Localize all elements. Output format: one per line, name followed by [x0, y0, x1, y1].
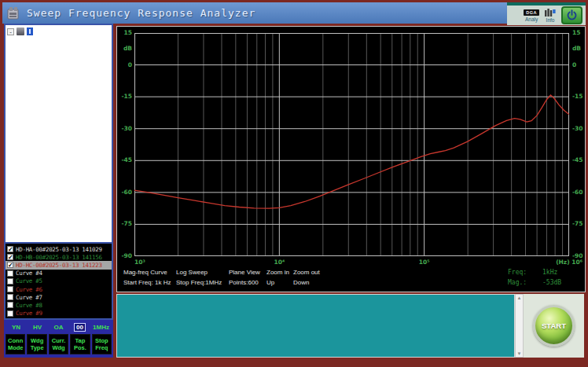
y-axis-label: -30: [119, 125, 132, 132]
button-line: Mode: [6, 344, 24, 351]
control-button-wdg[interactable]: WdgType: [27, 334, 46, 354]
y-axis-label: -90: [119, 252, 132, 259]
curve-row[interactable]: Curve #8: [6, 301, 112, 309]
status-value: 00: [69, 323, 90, 332]
dga-analy-button[interactable]: DGA Analy: [524, 9, 539, 22]
topbar-right: DGA Analy Info: [507, 2, 586, 25]
y-axis-label: 15: [119, 29, 132, 36]
curve-checkbox[interactable]: [7, 270, 13, 277]
curve-label: HD-HC-00#2025-03-13 141223: [16, 262, 102, 269]
button-line: Wdg: [50, 344, 68, 351]
button-line: Conn: [6, 337, 24, 344]
y-axis-label: -45: [119, 156, 132, 163]
curve-checkbox[interactable]: [7, 310, 13, 317]
info-label: Info: [546, 17, 555, 23]
curve-checkbox[interactable]: [7, 278, 13, 284]
curve-checkbox[interactable]: [7, 302, 13, 308]
window-title: Sweep Frequency Response Analyzer: [27, 7, 255, 19]
curve-label: Curve #4: [16, 270, 42, 277]
curve-row[interactable]: Curve #5: [6, 277, 112, 285]
control-button-tap[interactable]: TapPos.: [70, 334, 90, 354]
curve-label: HD-HB-00#2025-03-13 141156: [16, 254, 102, 261]
info-icon: [545, 9, 556, 17]
curve-checkbox[interactable]: [7, 286, 13, 292]
tree-expander-icon[interactable]: -: [7, 28, 14, 35]
y-axis-label: 0: [119, 61, 132, 68]
record-file-icon[interactable]: [27, 28, 33, 35]
y-axis-label: -30: [572, 125, 583, 132]
y-axis-label: -45: [572, 156, 583, 163]
start-button[interactable]: START: [533, 305, 575, 347]
curve-row[interactable]: ✓HD-HA-00#2025-03-13 141029: [6, 245, 112, 253]
response-curve: [134, 95, 569, 208]
status-value: YN: [6, 324, 27, 331]
record-tree-panel[interactable]: -: [4, 24, 113, 244]
dga-analy-label: Analy: [525, 17, 538, 22]
control-button-conn[interactable]: ConnMode: [6, 334, 25, 354]
curve-checkbox[interactable]: ✓: [7, 254, 13, 260]
info-button[interactable]: Info: [545, 9, 556, 23]
chart-menu-zoom-out[interactable]: Zoom out: [293, 269, 320, 276]
app-window: Sweep Frequency Response Analyzer DGA An…: [0, 0, 588, 367]
readout-mag-label: Mag.:: [508, 279, 527, 286]
chart-panel: 1515dBdB00-15-15-30-30-45-45-60-60-75-75…: [116, 26, 586, 292]
y-axis-label: -75: [119, 220, 132, 227]
status-value: 1MHz: [90, 324, 112, 331]
readout-freq-value: 1kHz: [542, 269, 557, 276]
chart-menu-zoom-in[interactable]: Zoom in: [266, 269, 289, 276]
message-scrollbar[interactable]: ▲ ▼: [515, 294, 524, 358]
button-line: Freq: [93, 344, 111, 351]
curve-checkbox[interactable]: ✓: [7, 246, 13, 252]
scroll-down-icon[interactable]: ▼: [517, 351, 522, 356]
chart-menu-mag-freq-curve[interactable]: Mag-freq Curve: [123, 269, 167, 276]
x-axis-label: 10³: [134, 259, 145, 266]
chart-menu-down[interactable]: Down: [293, 279, 309, 286]
chart-menu-log-sweep[interactable]: Log Sweep: [176, 269, 208, 276]
message-panel[interactable]: [116, 294, 515, 358]
x-axis-label: (Hz) 10⁶: [556, 259, 582, 266]
transformer-icon[interactable]: [17, 28, 24, 35]
curve-label: Curve #6: [16, 286, 42, 293]
curve-checkbox[interactable]: ✓: [7, 262, 13, 268]
control-button-stop[interactable]: StopFreq: [92, 334, 112, 354]
y-axis-label: -15: [572, 93, 583, 100]
y-axis-label: 0: [572, 61, 576, 68]
curve-row[interactable]: Curve #6: [6, 285, 112, 293]
curve-row[interactable]: ✓HD-HB-00#2025-03-13 141156: [6, 253, 112, 261]
dga-icon: DGA: [524, 9, 539, 16]
button-line: Stop: [93, 337, 111, 344]
chart-menu-up[interactable]: Up: [266, 279, 274, 286]
curve-row[interactable]: ✓HD-HC-00#2025-03-13 141223: [6, 261, 112, 269]
title-bar: Sweep Frequency Response Analyzer: [2, 2, 507, 24]
chart-menu-points-600[interactable]: Points:600: [229, 279, 259, 286]
y-axis-label: dB: [572, 45, 581, 52]
scroll-up-icon[interactable]: ▲: [517, 295, 522, 300]
curve-row[interactable]: Curve #4: [6, 270, 112, 277]
button-line: Curr.: [50, 337, 68, 344]
y-axis-label: -75: [572, 220, 583, 227]
readout-freq-label: Freq:: [508, 269, 527, 276]
curve-label: HD-HA-00#2025-03-13 141029: [16, 246, 102, 253]
y-axis-label: -15: [119, 93, 132, 100]
power-button[interactable]: [561, 6, 582, 24]
curve-row[interactable]: Curve #7: [6, 293, 112, 301]
control-panel: YNHVOA001MHz ConnModeWdgTypeCurr.WdgTapP…: [4, 320, 113, 358]
status-value: OA: [48, 324, 69, 331]
x-axis-label: 10⁵: [419, 259, 430, 266]
app-icon: [6, 6, 22, 20]
start-panel: START: [524, 294, 584, 358]
chart-menu-plane-view[interactable]: Plane View: [229, 269, 260, 276]
curve-label: Curve #8: [16, 302, 42, 309]
y-axis-label: dB: [119, 45, 132, 52]
topbar-buttons: DGA Analy Info: [507, 6, 586, 25]
readout-mag-value: -53dB: [542, 279, 561, 286]
curve-list: ✓HD-HA-00#2025-03-13 141029✓HD-HB-00#202…: [4, 244, 113, 320]
chart-menu-stop-freq-1mhz[interactable]: Stop Freq:1MHz: [176, 279, 222, 286]
curve-label: Curve #9: [16, 310, 42, 317]
y-axis-label: 15: [572, 29, 580, 36]
control-button-curr[interactable]: Curr.Wdg: [49, 334, 68, 354]
curve-row[interactable]: Curve #9: [6, 310, 112, 317]
tree-toolbar: -: [6, 25, 112, 38]
chart-menu-start-freq-1k-hz[interactable]: Start Freq: 1k Hz: [123, 279, 171, 286]
curve-checkbox[interactable]: [7, 294, 13, 300]
